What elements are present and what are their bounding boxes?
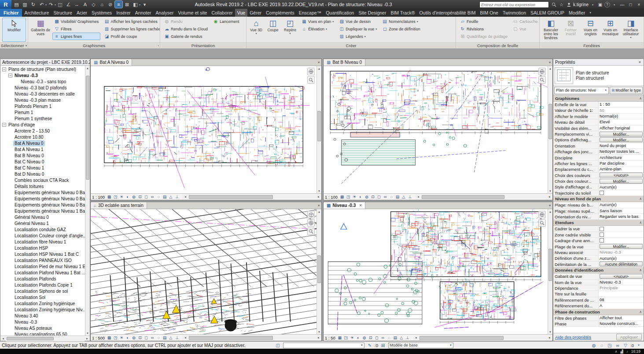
- view-cube-icon[interactable]: [307, 211, 315, 218]
- property-row[interactable]: Echelle de la vue1 : 50: [553, 102, 644, 107]
- modify-button[interactable]: Modifier: [2, 18, 26, 42]
- scrollbar-thumb[interactable]: [422, 195, 504, 199]
- tree-item[interactable]: Localisation Plafonds: [0, 276, 85, 282]
- ribbon-tab-vue[interactable]: Vue: [235, 9, 247, 17]
- tile-views-button[interactable]: ⊞ Vues en mosaïque: [600, 18, 620, 42]
- tree-item[interactable]: Niveau -0.3 plan masse: [0, 97, 85, 103]
- temporary-view-properties-icon[interactable]: ▤: [162, 335, 168, 341]
- view-tab[interactable]: ▦ Bat B Niveau 0: [324, 59, 365, 66]
- tree-item[interactable]: Bat A Niveau 0: [0, 140, 85, 146]
- tree-item[interactable]: Acrotère 10.80: [0, 134, 85, 140]
- schedules-button[interactable]: ▤Nomenclatures▾: [380, 18, 422, 25]
- zoom-icon[interactable]: [307, 76, 315, 84]
- scroll-left-icon[interactable]: ◄: [416, 195, 421, 199]
- property-row[interactable]: Titre sur la feuille: [553, 291, 644, 297]
- close-button[interactable]: ×: [635, 0, 643, 9]
- crop-view-icon[interactable]: ⊡: [137, 335, 143, 341]
- view-menu-icon[interactable]: ▾: [316, 59, 321, 66]
- scroll-down-icon[interactable]: ▼: [85, 331, 90, 336]
- scroll-left-icon[interactable]: ◄: [183, 195, 188, 199]
- crop-view-icon[interactable]: ⊡: [370, 194, 376, 200]
- enscape-launch-button[interactable]: ◉Lancement: [211, 18, 241, 25]
- property-button[interactable]: <Aucun>: [600, 173, 643, 177]
- tree-item[interactable]: Localisation HSP: [0, 245, 85, 251]
- scrollbar-track[interactable]: [6, 336, 85, 341]
- view-menu-icon[interactable]: ▾: [316, 202, 321, 209]
- scrollbar-thumb[interactable]: [189, 195, 273, 199]
- property-button[interactable]: <Aucun>: [600, 274, 643, 279]
- panel-label-create[interactable]: Créer: [247, 42, 456, 48]
- ribbon-tab-analyser[interactable]: Analyser: [154, 9, 176, 17]
- property-button[interactable]: Modifier...: [600, 179, 643, 184]
- view-canvas[interactable]: [324, 209, 548, 334]
- property-value[interactable]: Nettoyer toutes les ...: [599, 149, 644, 154]
- zoom-icon[interactable]: [538, 219, 546, 227]
- visual-style-icon[interactable]: ◳: [112, 194, 118, 200]
- checkbox[interactable]: [600, 232, 604, 237]
- property-row[interactable]: Définition d'une z...Aucun(e): [553, 255, 644, 261]
- property-button[interactable]: Modifier...: [600, 244, 643, 249]
- volume-icon[interactable]: ♪: [626, 350, 628, 354]
- tree-item[interactable]: Plenum 1 synthese: [0, 115, 85, 122]
- properties-section-header[interactable]: Données d'identification∧: [553, 267, 644, 273]
- render-button[interactable]: ◍Rendu: [162, 18, 210, 25]
- visual-style-icon[interactable]: ◳: [343, 335, 349, 341]
- plan-views-button[interactable]: ▦Vues en plan▾: [300, 18, 335, 25]
- property-row[interactable]: Emplacement du c...Arrière-plan: [553, 166, 644, 172]
- ribbon-tab-collaborer[interactable]: Collaborer: [209, 9, 235, 17]
- collapse-icon[interactable]: ∧: [639, 96, 642, 100]
- view-templates-button[interactable]: ▦ Gabarits de vues: [29, 18, 52, 42]
- tree-item[interactable]: Equipements généraux Niveau 0 Ba...: [0, 202, 85, 208]
- tree-item[interactable]: −Plans d'étage: [0, 122, 85, 128]
- scroll-up-icon[interactable]: ▲: [548, 209, 552, 214]
- property-value[interactable]: Arrière-plan: [599, 166, 644, 172]
- tree-item[interactable]: Niveau canalisations 65.50: [0, 331, 85, 336]
- steering-wheel-icon[interactable]: [538, 211, 546, 218]
- horizontal-scrollbar[interactable]: ◄►: [416, 194, 552, 200]
- property-value[interactable]: Niveau -0.3: [599, 280, 644, 285]
- reveal-constraints-icon[interactable]: ⊥: [174, 194, 180, 200]
- hide-analytical-model-icon[interactable]: △: [168, 194, 174, 200]
- property-value[interactable]: Afficher tout: [599, 315, 644, 321]
- hide-analytical-model-icon[interactable]: △: [168, 335, 174, 341]
- tree-item[interactable]: Niveau -0.3 bat D plafonds: [0, 85, 85, 91]
- clock[interactable]: 16:19: [631, 349, 640, 354]
- ribbon-tab-site-designer[interactable]: Site Designer: [356, 9, 388, 17]
- tree-item[interactable]: Equipements généraux Niveau 1 Ba...: [0, 208, 85, 214]
- ribbon-tab-ins-rer[interactable]: Insérer: [114, 9, 133, 17]
- tree-item[interactable]: Localisation Plafond Niveau 1 Bat ...: [0, 269, 85, 276]
- vertical-scrollbar[interactable]: ▲ ▼: [85, 66, 90, 336]
- property-row[interactable]: OrientationNord du projet: [553, 143, 644, 149]
- property-value[interactable]: Par discipline: [599, 161, 644, 166]
- expander-icon[interactable]: −: [8, 74, 12, 77]
- property-value[interactable]: Regarder vers le bas: [599, 214, 644, 219]
- collapse-icon[interactable]: ∧: [639, 310, 642, 314]
- property-row[interactable]: Remplacements vi...Modifier...: [553, 131, 644, 137]
- ribbon-tab-salem-group[interactable]: SALEM GROUP: [528, 9, 567, 17]
- view-menu-icon[interactable]: ▾: [547, 202, 552, 209]
- view-canvas[interactable]: [91, 209, 316, 334]
- property-row[interactable]: Référencement de ...08: [553, 297, 644, 303]
- default-3d-view-icon[interactable]: ⌂: [98, 1, 106, 8]
- sheet-button[interactable]: ▱Feuille: [458, 18, 509, 25]
- scrollbar-thumb[interactable]: [86, 76, 89, 180]
- property-row[interactable]: Affichage des jonc...Nettoyer toutes les…: [553, 149, 644, 155]
- scroll-right-icon[interactable]: ►: [547, 336, 552, 340]
- scroll-left-icon[interactable]: ◄: [183, 336, 188, 340]
- scroll-up-icon[interactable]: ▲: [548, 66, 552, 71]
- vertical-scrollbar[interactable]: ▲ ▼: [316, 209, 321, 334]
- temporary-hide-isolate-icon[interactable]: ∞: [380, 335, 386, 341]
- filters-button[interactable]: ▽Filtres: [52, 25, 100, 33]
- tree-item[interactable]: Combles sociaux CTA Rack: [0, 177, 85, 183]
- horizontal-scrollbar[interactable]: ◄►: [183, 335, 321, 341]
- temporary-view-properties-icon[interactable]: ▤: [394, 194, 401, 200]
- switch-windows-icon[interactable]: ◧: [132, 1, 139, 8]
- scrollbar-thumb[interactable]: [317, 111, 321, 141]
- scope-box-button[interactable]: ◻Zone de définition: [380, 25, 422, 33]
- ribbon-tab-bim-track[interactable]: BIM Track®: [388, 9, 417, 17]
- tree-item[interactable]: Général Niveau 0: [0, 214, 85, 220]
- hidden-icons-chevron[interactable]: ∧: [615, 350, 618, 354]
- render-in-cloud-button[interactable]: ☁Rendu dans le Cloud: [162, 25, 210, 33]
- temporary-view-properties-icon[interactable]: ▤: [392, 335, 398, 341]
- reveal-hidden-elements-icon[interactable]: ◌: [155, 335, 162, 341]
